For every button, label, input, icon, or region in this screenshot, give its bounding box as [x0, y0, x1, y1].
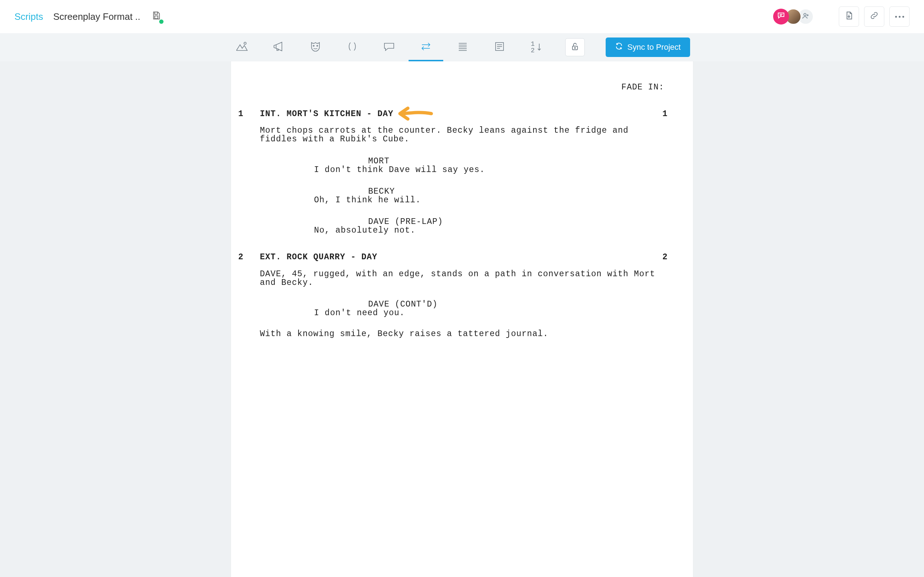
- export-pdf-button[interactable]: [839, 6, 859, 27]
- svg-point-8: [317, 45, 318, 47]
- dialogue-line[interactable]: No, absolutely not.: [260, 226, 664, 235]
- chat-bubble-icon: [777, 11, 785, 23]
- editor-canvas: FADE IN: 1 INT. MORT'S KITCHEN - DAY 1 M…: [0, 61, 924, 577]
- parentheses-icon: [346, 40, 359, 54]
- dialogue-block: MORT I don't think Dave will say yes.: [260, 157, 664, 174]
- app-header: Scripts Screenplay Format ..: [0, 0, 924, 33]
- mountain-icon: [236, 40, 248, 54]
- dialogue-line[interactable]: I don't need you.: [260, 309, 664, 318]
- character-cue[interactable]: DAVE (CONT'D): [260, 300, 664, 309]
- lock-open-icon: [571, 42, 579, 52]
- arrows-horizontal-icon: [420, 40, 432, 54]
- tool-scene-numbers[interactable]: 12: [528, 39, 544, 55]
- save-button[interactable]: [150, 11, 162, 23]
- refresh-icon: [615, 42, 623, 52]
- svg-point-6: [244, 42, 246, 44]
- tool-general[interactable]: [455, 39, 471, 55]
- comments-button[interactable]: [773, 9, 789, 24]
- tool-lock[interactable]: [565, 38, 585, 56]
- action-text[interactable]: DAVE, 45, rugged, with an edge, stands o…: [260, 270, 664, 287]
- tool-action[interactable]: [271, 39, 287, 55]
- link-icon: [869, 11, 879, 23]
- dialogue-block: DAVE (CONT'D) I don't need you.: [260, 300, 664, 318]
- more-menu-button[interactable]: [889, 6, 909, 27]
- tool-transition[interactable]: [418, 39, 434, 55]
- script-page[interactable]: FADE IN: 1 INT. MORT'S KITCHEN - DAY 1 M…: [231, 61, 693, 577]
- scene-heading[interactable]: INT. MORT'S KITCHEN - DAY: [260, 109, 393, 119]
- tool-note[interactable]: [492, 39, 507, 55]
- svg-point-3: [804, 13, 806, 16]
- mask-icon: [309, 40, 321, 54]
- tool-character[interactable]: [307, 39, 323, 55]
- tool-dialogue[interactable]: [381, 39, 397, 55]
- annotation-arrow-icon: [397, 105, 433, 124]
- action-text[interactable]: With a knowing smile, Becky raises a tat…: [260, 330, 664, 338]
- speech-bubble-icon: [383, 40, 395, 54]
- character-cue[interactable]: BECKY: [260, 187, 664, 196]
- scene-number-left: 2: [238, 253, 244, 261]
- svg-point-7: [313, 45, 314, 47]
- more-horizontal-icon: [895, 16, 904, 18]
- sync-to-project-button[interactable]: Sync to Project: [606, 37, 690, 57]
- breadcrumb-current: Screenplay Format ..: [53, 11, 140, 23]
- dialogue-block: BECKY Oh, I think he will.: [260, 187, 664, 205]
- scene-block: 1 INT. MORT'S KITCHEN - DAY 1: [260, 110, 664, 118]
- dialogue-block: DAVE (PRE-LAP) No, absolutely not.: [260, 218, 664, 235]
- breadcrumb-root-link[interactable]: Scripts: [15, 11, 43, 23]
- tool-scene-heading[interactable]: [234, 39, 250, 55]
- file-download-icon: [844, 11, 854, 23]
- character-cue[interactable]: MORT: [260, 157, 664, 166]
- add-user-icon: [802, 11, 809, 23]
- transition-fade-in[interactable]: FADE IN:: [260, 83, 664, 92]
- scene-heading[interactable]: EXT. ROCK QUARRY - DAY: [260, 253, 378, 262]
- scene-block: 2 EXT. ROCK QUARRY - DAY 2: [260, 253, 664, 261]
- note-icon: [493, 40, 506, 54]
- svg-rect-0: [155, 16, 158, 19]
- collaborators: [777, 9, 814, 24]
- share-link-button[interactable]: [864, 6, 884, 27]
- megaphone-icon: [273, 40, 285, 54]
- dialogue-line[interactable]: Oh, I think he will.: [260, 196, 664, 205]
- action-text[interactable]: Mort chops carrots at the counter. Becky…: [260, 126, 664, 143]
- svg-point-22: [575, 48, 576, 49]
- dialogue-line[interactable]: I don't think Dave will say yes.: [260, 166, 664, 174]
- lines-icon: [457, 40, 469, 54]
- scene-number-right: 2: [662, 253, 668, 261]
- breadcrumb: Scripts Screenplay Format ..: [15, 11, 141, 23]
- character-cue[interactable]: DAVE (PRE-LAP): [260, 218, 664, 226]
- status-dot-icon: [159, 19, 163, 24]
- header-actions: [839, 6, 909, 27]
- scene-number-right: 1: [662, 110, 668, 118]
- numbers-icon: 12: [531, 41, 542, 54]
- tool-parenthetical[interactable]: [344, 39, 360, 55]
- formatting-toolbar: 12 Sync to Project: [0, 33, 924, 61]
- scene-number-left: 1: [238, 110, 244, 118]
- sync-label: Sync to Project: [627, 43, 681, 52]
